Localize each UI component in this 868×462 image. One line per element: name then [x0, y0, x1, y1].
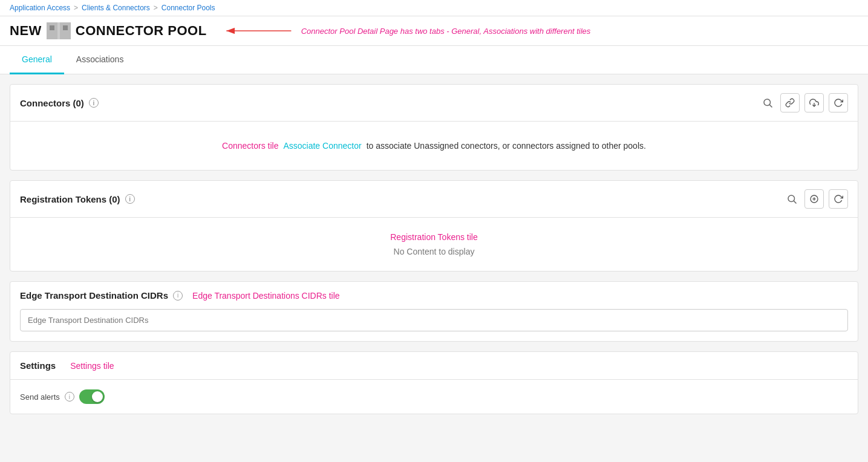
- tokens-search-button[interactable]: [784, 191, 800, 207]
- registration-tokens-info-icon[interactable]: i: [125, 194, 135, 204]
- annotation-text: Connector Pool Detail Page has two tabs …: [301, 27, 591, 36]
- breadcrumb-clients[interactable]: Clients & Connectors: [82, 4, 150, 12]
- registration-tokens-header: Registration Tokens (0) i: [10, 181, 858, 218]
- title-prefix: NEW: [10, 23, 42, 39]
- settings-tile-label: Settings tile: [70, 361, 114, 371]
- connectors-title-text: Connectors (0): [20, 98, 84, 108]
- tab-associations[interactable]: Associations: [64, 46, 136, 74]
- svg-point-6: [764, 99, 771, 106]
- title-suffix: CONNECTOR POOL: [76, 23, 207, 39]
- breadcrumb-app-access[interactable]: Application Access: [10, 4, 70, 12]
- breadcrumb-connector-pools: Connector Pools: [162, 4, 215, 12]
- edge-transport-header: Edge Transport Destination CIDRs i Edge …: [10, 282, 858, 309]
- send-alerts-toggle[interactable]: [79, 389, 105, 404]
- registration-tokens-no-content: No Content to display: [394, 247, 475, 256]
- connectors-header: Connectors (0) i: [10, 85, 858, 122]
- page-header: NEW CONNECTOR POOL Connector Pool Detail: [0, 16, 868, 46]
- tokens-add-button[interactable]: [804, 189, 824, 209]
- send-alerts-info-icon[interactable]: i: [65, 392, 74, 402]
- edge-transport-input[interactable]: [20, 309, 848, 331]
- connectors-empty: Connectors tile Associate Connector to a…: [222, 141, 646, 151]
- breadcrumb-sep-1: >: [74, 4, 78, 12]
- svg-rect-3: [63, 25, 68, 30]
- svg-rect-1: [60, 22, 71, 39]
- edge-transport-section: Edge Transport Destination CIDRs i Edge …: [10, 281, 858, 342]
- title-thumbnail: [47, 22, 71, 39]
- settings-section: Settings Settings tile Send alerts i: [10, 351, 858, 414]
- main-content: Connectors (0) i: [0, 74, 868, 424]
- send-alerts-row: Send alerts i: [20, 389, 848, 404]
- tab-general[interactable]: General: [10, 46, 64, 74]
- svg-rect-0: [47, 22, 57, 39]
- settings-header: Settings Settings tile: [10, 352, 858, 380]
- connectors-info-icon[interactable]: i: [89, 98, 99, 108]
- edge-transport-tile-label: Edge Transport Destinations CIDRs tile: [192, 291, 340, 301]
- tokens-refresh-button[interactable]: [829, 189, 848, 209]
- connectors-actions: [760, 93, 848, 112]
- svg-rect-2: [50, 25, 54, 30]
- registration-tokens-title-text: Registration Tokens (0): [20, 194, 120, 204]
- svg-line-10: [794, 201, 796, 203]
- registration-tokens-actions: [784, 189, 848, 209]
- registration-tokens-section: Registration Tokens (0) i: [10, 180, 858, 272]
- connectors-refresh-button[interactable]: [829, 93, 848, 112]
- breadcrumb: Application Access > Clients & Connector…: [0, 0, 868, 16]
- connectors-search-button[interactable]: [760, 95, 775, 111]
- settings-body: Send alerts i: [10, 380, 858, 414]
- connectors-title: Connectors (0) i: [20, 98, 99, 108]
- svg-point-9: [788, 195, 795, 202]
- breadcrumb-sep-2: >: [154, 4, 158, 12]
- settings-title: Settings: [20, 360, 56, 371]
- connectors-section: Connectors (0) i: [10, 84, 858, 171]
- edge-transport-input-container: [10, 309, 858, 341]
- associate-connector-text: to associate Unassigned conectors, or co…: [367, 141, 646, 151]
- registration-tokens-title: Registration Tokens (0) i: [20, 194, 135, 204]
- associate-connector-link[interactable]: Associate Connector: [283, 141, 361, 151]
- connectors-link-button[interactable]: [780, 93, 800, 112]
- page-title: NEW CONNECTOR POOL: [10, 22, 207, 39]
- connectors-body: Connectors tile Associate Connector to a…: [10, 122, 858, 170]
- page-annotation: Connector Pool Detail Page has two tabs …: [224, 25, 591, 37]
- edge-transport-info-icon[interactable]: i: [173, 291, 183, 301]
- connectors-tile-label: Connectors tile: [222, 141, 278, 151]
- registration-tokens-tile-label: Registration Tokens tile: [390, 232, 477, 242]
- edge-transport-title: Edge Transport Destination CIDRs: [20, 290, 168, 301]
- registration-tokens-body: Registration Tokens tile No Content to d…: [10, 218, 858, 271]
- svg-line-7: [769, 105, 772, 107]
- send-alerts-label: Send alerts: [20, 392, 60, 402]
- connectors-download-button[interactable]: [804, 93, 824, 112]
- tabs-container: General Associations: [0, 46, 868, 74]
